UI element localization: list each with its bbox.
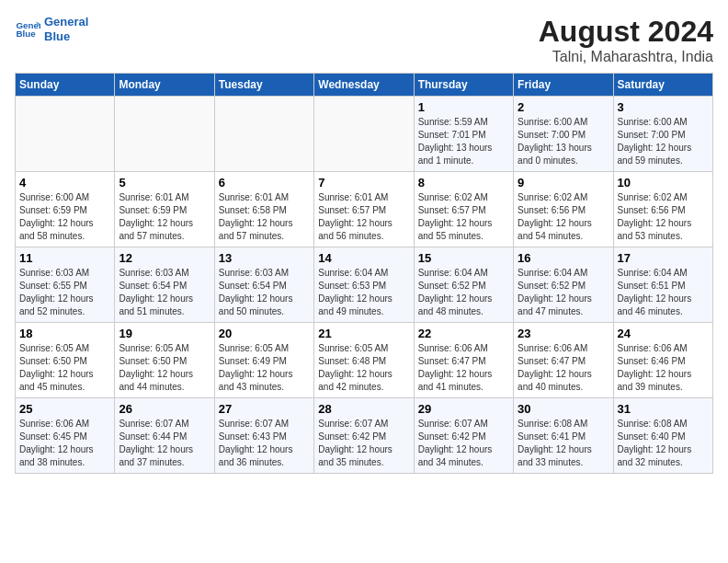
day-number: 18 xyxy=(19,327,110,340)
day-number: 15 xyxy=(418,251,509,265)
weekday-header: Tuesday xyxy=(214,74,313,97)
calendar-cell: 29Sunrise: 6:07 AM Sunset: 6:42 PM Dayli… xyxy=(414,398,513,474)
calendar-row: 18Sunrise: 6:05 AM Sunset: 6:50 PM Dayli… xyxy=(16,323,713,398)
day-number: 27 xyxy=(219,402,310,416)
day-info: Sunrise: 6:07 AM Sunset: 6:43 PM Dayligh… xyxy=(219,418,310,469)
day-info: Sunrise: 6:04 AM Sunset: 6:53 PM Dayligh… xyxy=(318,267,409,318)
calendar-cell: 15Sunrise: 6:04 AM Sunset: 6:52 PM Dayli… xyxy=(414,247,513,323)
weekday-header: Monday xyxy=(115,74,214,97)
day-info: Sunrise: 6:02 AM Sunset: 6:56 PM Dayligh… xyxy=(518,191,609,243)
day-info: Sunrise: 6:04 AM Sunset: 6:52 PM Dayligh… xyxy=(518,267,609,318)
logo-text2: Blue xyxy=(44,29,70,43)
calendar-cell: 23Sunrise: 6:06 AM Sunset: 6:47 PM Dayli… xyxy=(514,323,613,398)
day-number: 26 xyxy=(119,402,210,416)
calendar-cell: 20Sunrise: 6:05 AM Sunset: 6:49 PM Dayli… xyxy=(214,323,313,398)
day-info: Sunrise: 6:03 AM Sunset: 6:54 PM Dayligh… xyxy=(119,267,210,318)
day-number: 2 xyxy=(518,100,609,114)
calendar-cell: 22Sunrise: 6:06 AM Sunset: 6:47 PM Dayli… xyxy=(414,323,513,398)
calendar-cell: 25Sunrise: 6:06 AM Sunset: 6:45 PM Dayli… xyxy=(16,398,115,474)
day-number: 6 xyxy=(219,176,310,190)
calendar-cell: 2Sunrise: 6:00 AM Sunset: 7:00 PM Daylig… xyxy=(514,97,613,172)
day-info: Sunrise: 6:00 AM Sunset: 7:00 PM Dayligh… xyxy=(618,116,709,167)
day-number: 3 xyxy=(618,100,709,114)
calendar-cell xyxy=(115,97,214,172)
main-title: August 2024 xyxy=(539,15,713,49)
calendar-cell: 7Sunrise: 6:01 AM Sunset: 6:57 PM Daylig… xyxy=(314,172,414,247)
weekday-header: Wednesday xyxy=(314,74,414,97)
day-info: Sunrise: 6:06 AM Sunset: 6:47 PM Dayligh… xyxy=(518,342,609,394)
day-number: 30 xyxy=(518,402,609,416)
day-number: 14 xyxy=(318,251,409,265)
day-info: Sunrise: 6:08 AM Sunset: 6:41 PM Dayligh… xyxy=(518,418,609,469)
calendar-body: 1Sunrise: 5:59 AM Sunset: 7:01 PM Daylig… xyxy=(16,97,713,474)
calendar-cell: 27Sunrise: 6:07 AM Sunset: 6:43 PM Dayli… xyxy=(214,398,313,474)
day-number: 10 xyxy=(618,176,709,190)
weekday-header: Friday xyxy=(514,74,613,97)
day-number: 24 xyxy=(618,327,709,340)
calendar-cell: 3Sunrise: 6:00 AM Sunset: 7:00 PM Daylig… xyxy=(613,97,712,172)
day-info: Sunrise: 6:05 AM Sunset: 6:50 PM Dayligh… xyxy=(19,342,110,394)
day-number: 22 xyxy=(418,327,509,340)
day-info: Sunrise: 6:05 AM Sunset: 6:48 PM Dayligh… xyxy=(318,342,409,394)
day-number: 29 xyxy=(418,402,509,416)
day-number: 4 xyxy=(19,176,110,190)
day-number: 25 xyxy=(19,402,110,416)
calendar-cell: 28Sunrise: 6:07 AM Sunset: 6:42 PM Dayli… xyxy=(314,398,414,474)
day-info: Sunrise: 6:05 AM Sunset: 6:50 PM Dayligh… xyxy=(119,342,210,394)
calendar-cell: 6Sunrise: 6:01 AM Sunset: 6:58 PM Daylig… xyxy=(214,172,313,247)
calendar-cell: 19Sunrise: 6:05 AM Sunset: 6:50 PM Dayli… xyxy=(115,323,214,398)
calendar-cell: 13Sunrise: 6:03 AM Sunset: 6:54 PM Dayli… xyxy=(214,247,313,323)
calendar-cell: 24Sunrise: 6:06 AM Sunset: 6:46 PM Dayli… xyxy=(613,323,712,398)
subtitle: Talni, Maharashtra, India xyxy=(539,49,713,65)
calendar-cell: 31Sunrise: 6:08 AM Sunset: 6:40 PM Dayli… xyxy=(613,398,712,474)
day-number: 28 xyxy=(318,402,409,416)
day-info: Sunrise: 6:02 AM Sunset: 6:56 PM Dayligh… xyxy=(618,191,709,243)
calendar-cell: 10Sunrise: 6:02 AM Sunset: 6:56 PM Dayli… xyxy=(613,172,712,247)
calendar-cell: 1Sunrise: 5:59 AM Sunset: 7:01 PM Daylig… xyxy=(414,97,513,172)
day-info: Sunrise: 5:59 AM Sunset: 7:01 PM Dayligh… xyxy=(418,116,509,167)
day-info: Sunrise: 6:04 AM Sunset: 6:52 PM Dayligh… xyxy=(418,267,509,318)
day-info: Sunrise: 6:00 AM Sunset: 7:00 PM Dayligh… xyxy=(518,116,609,167)
calendar-row: 11Sunrise: 6:03 AM Sunset: 6:55 PM Dayli… xyxy=(16,247,713,323)
logo: General Blue General Blue xyxy=(15,15,88,43)
day-number: 5 xyxy=(119,176,210,190)
calendar-cell: 16Sunrise: 6:04 AM Sunset: 6:52 PM Dayli… xyxy=(514,247,613,323)
day-info: Sunrise: 6:03 AM Sunset: 6:54 PM Dayligh… xyxy=(219,267,310,318)
day-info: Sunrise: 6:06 AM Sunset: 6:47 PM Dayligh… xyxy=(418,342,509,394)
calendar-row: 25Sunrise: 6:06 AM Sunset: 6:45 PM Dayli… xyxy=(16,398,713,474)
day-info: Sunrise: 6:01 AM Sunset: 6:57 PM Dayligh… xyxy=(318,191,409,243)
calendar-cell: 5Sunrise: 6:01 AM Sunset: 6:59 PM Daylig… xyxy=(115,172,214,247)
day-number: 16 xyxy=(518,251,609,265)
day-number: 1 xyxy=(418,100,509,114)
day-info: Sunrise: 6:06 AM Sunset: 6:45 PM Dayligh… xyxy=(19,418,110,469)
calendar-cell: 30Sunrise: 6:08 AM Sunset: 6:41 PM Dayli… xyxy=(514,398,613,474)
calendar-header: SundayMondayTuesdayWednesdayThursdayFrid… xyxy=(16,74,713,97)
day-number: 31 xyxy=(618,402,709,416)
title-area: August 2024 Talni, Maharashtra, India xyxy=(539,15,713,65)
day-info: Sunrise: 6:01 AM Sunset: 6:59 PM Dayligh… xyxy=(119,191,210,243)
weekday-row: SundayMondayTuesdayWednesdayThursdayFrid… xyxy=(16,74,713,97)
day-number: 17 xyxy=(618,251,709,265)
day-info: Sunrise: 6:04 AM Sunset: 6:51 PM Dayligh… xyxy=(618,267,709,318)
day-info: Sunrise: 6:05 AM Sunset: 6:49 PM Dayligh… xyxy=(219,342,310,394)
calendar-cell xyxy=(16,97,115,172)
calendar-cell: 12Sunrise: 6:03 AM Sunset: 6:54 PM Dayli… xyxy=(115,247,214,323)
day-number: 13 xyxy=(219,251,310,265)
weekday-header: Thursday xyxy=(414,74,513,97)
day-number: 20 xyxy=(219,327,310,340)
calendar-cell: 4Sunrise: 6:00 AM Sunset: 6:59 PM Daylig… xyxy=(16,172,115,247)
day-info: Sunrise: 6:07 AM Sunset: 6:42 PM Dayligh… xyxy=(318,418,409,469)
calendar-cell: 9Sunrise: 6:02 AM Sunset: 6:56 PM Daylig… xyxy=(514,172,613,247)
day-number: 8 xyxy=(418,176,509,190)
calendar-cell: 26Sunrise: 6:07 AM Sunset: 6:44 PM Dayli… xyxy=(115,398,214,474)
calendar-cell: 8Sunrise: 6:02 AM Sunset: 6:57 PM Daylig… xyxy=(414,172,513,247)
weekday-header: Saturday xyxy=(613,74,712,97)
header: General Blue General Blue August 2024 Ta… xyxy=(15,15,713,65)
day-info: Sunrise: 6:00 AM Sunset: 6:59 PM Dayligh… xyxy=(19,191,110,243)
calendar-cell: 17Sunrise: 6:04 AM Sunset: 6:51 PM Dayli… xyxy=(613,247,712,323)
calendar-cell xyxy=(214,97,313,172)
calendar-cell: 18Sunrise: 6:05 AM Sunset: 6:50 PM Dayli… xyxy=(16,323,115,398)
calendar-cell: 14Sunrise: 6:04 AM Sunset: 6:53 PM Dayli… xyxy=(314,247,414,323)
day-info: Sunrise: 6:07 AM Sunset: 6:42 PM Dayligh… xyxy=(418,418,509,469)
day-info: Sunrise: 6:07 AM Sunset: 6:44 PM Dayligh… xyxy=(119,418,210,469)
